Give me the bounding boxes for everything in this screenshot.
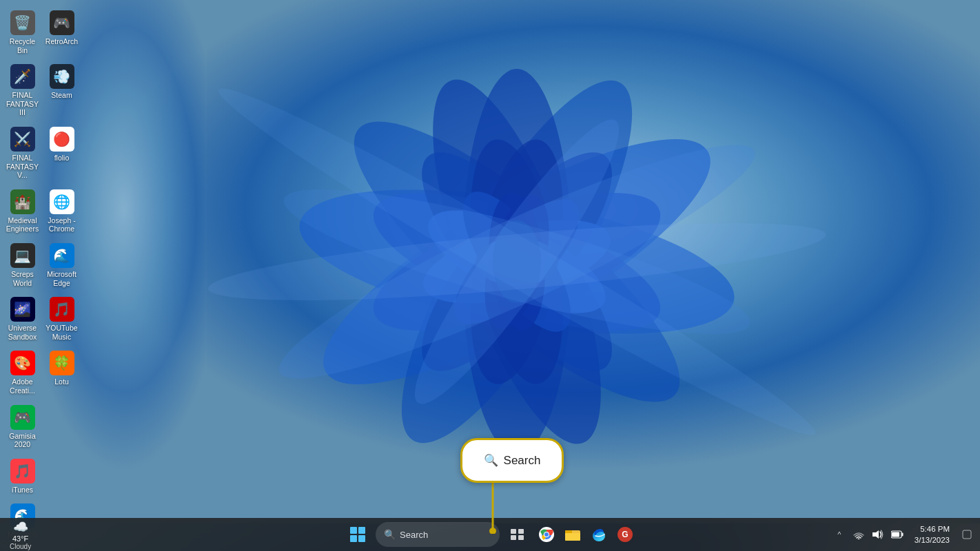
svg-point-47 [857,539,859,540]
ffv-icon: ⚔️ [10,127,35,152]
svg-rect-43 [565,533,580,541]
search-callout-label: Search [504,454,541,468]
weather-icon: ☁️ [13,519,28,534]
desktop-icon-microsoft-edge[interactable]: 🌊 Microsoft Edge [43,240,81,291]
desktop-icons: 🗑️ Recycle Bin 🎮 RetroArch 🗡️ FINAL FANT… [3,7,83,551]
youtube-music-icon: 🎵 [50,297,74,322]
svg-rect-51 [901,533,903,537]
svg-point-40 [544,532,549,537]
recycle-bin-icon: 🗑️ [10,10,35,35]
clock-date: 3/13/2023 [915,534,950,545]
edge-icon: 🌊 [50,243,74,268]
desktop-icon-steam[interactable]: 💨 Steam [43,61,81,121]
desktop-icon-flolio[interactable]: 🔴 flolio [43,123,81,183]
tray-overflow-button[interactable]: ^ [832,527,847,542]
cortana-taskbar-button[interactable]: G [614,523,636,545]
svg-text:G: G [622,530,628,539]
start-button[interactable] [344,521,371,548]
network-icon[interactable] [851,527,866,542]
svg-rect-52 [963,530,971,539]
svg-rect-50 [892,532,899,537]
desktop-icon-universe-sandbox[interactable]: 🌌 Universe Sandbox [3,293,41,344]
chrome-taskbar-button[interactable] [535,523,558,545]
desktop-icon-itunes[interactable]: 🎵 iTunes [3,455,41,498]
file-explorer-taskbar-button[interactable] [562,523,584,545]
search-taskbar-icon: 🔍 [384,529,396,540]
taskbar-right: ^ [832,523,974,545]
svg-rect-33 [511,529,516,534]
screps-icon: 💻 [10,243,35,268]
joseph-chrome-icon: 🌐 [50,189,74,214]
adobe-icon: 🎨 [10,351,35,375]
desktop-icon-adobe-creative[interactable]: 🎨 Adobe Creati... [3,347,41,398]
desktop-icon-recycle-bin[interactable]: 🗑️ Recycle Bin [3,7,41,58]
battery-icon[interactable] [890,527,905,542]
desktop-icon-youtube-music[interactable]: 🎵 YOUTube Music [43,293,81,344]
notification-icon[interactable] [959,527,974,542]
desktop-icon-final-fantasy-v[interactable]: ⚔️ FINAL FANTASY V... [3,123,41,183]
ff3-icon: 🗡️ [10,64,35,89]
clock-area[interactable]: 5:46 PM 3/13/2023 [909,523,955,545]
edge-taskbar-button[interactable] [588,523,610,545]
svg-rect-32 [358,535,365,542]
task-view-button[interactable] [504,521,531,548]
universe-sandbox-icon: 🌌 [10,297,35,322]
itunes-icon: 🎵 [10,459,35,484]
taskbar-left: ☁️ 43°F Cloudy [6,519,35,550]
search-taskbar-label: Search [400,530,428,540]
search-callout[interactable]: 🔍 Search [460,438,564,483]
svg-rect-36 [518,535,524,540]
svg-rect-29 [350,527,357,534]
desktop-icon-gamisia[interactable]: 🎮 Gamisia 2020 [3,402,41,453]
desktop-icon-retroarch[interactable]: 🎮 RetroArch [43,7,81,58]
svg-marker-48 [872,530,879,539]
svg-rect-35 [511,535,516,540]
callout-arrow [479,482,507,534]
weather-temp: 43°F [12,534,28,543]
search-callout-icon: 🔍 [484,453,498,468]
clock-time: 5:46 PM [920,523,950,534]
desktop-icon-lotu[interactable]: 🍀 Lotu [43,347,81,398]
desktop-icon-medieval-engineers[interactable]: 🏰 Medieval Engineers [3,186,41,237]
desktop-icon-joseph-chrome[interactable]: 🌐 Joseph - Chrome [43,186,81,237]
flolio-icon: 🔴 [50,127,74,152]
svg-point-28 [489,528,496,534]
retroarch-icon: 🎮 [50,10,74,35]
desktop: 🗑️ Recycle Bin 🎮 RetroArch 🗡️ FINAL FANT… [0,0,980,551]
svg-rect-34 [518,529,524,534]
gamisia-icon: 🎮 [10,405,35,430]
weather-widget[interactable]: ☁️ 43°F Cloudy [6,519,35,550]
lotu-icon: 🍀 [50,351,74,375]
volume-icon[interactable] [870,527,886,542]
desktop-icon-final-fantasy-3[interactable]: 🗡️ FINAL FANTASY III [3,61,41,121]
svg-rect-30 [358,527,365,534]
desktop-icon-screps-world[interactable]: 💻 Screps World [3,240,41,291]
steam-icon: 💨 [50,64,74,89]
weather-condition: Cloudy [10,543,31,550]
svg-rect-31 [350,535,357,542]
medieval-icon: 🏰 [10,189,35,214]
